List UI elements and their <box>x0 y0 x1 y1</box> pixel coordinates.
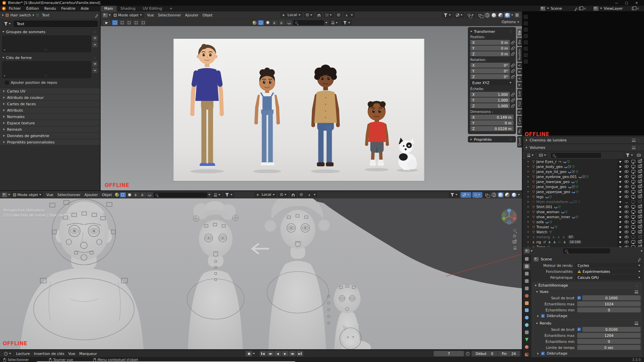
outliner-display-mode[interactable] <box>525 153 536 158</box>
current-frame-field[interactable]: 7 <box>434 351 464 356</box>
hide-icon[interactable] <box>625 231 629 233</box>
transform-orientation-selector[interactable]: Local <box>280 12 303 18</box>
wireframe-canvas[interactable]: Perspective Utilisateur (7) Collection d… <box>0 198 522 349</box>
viewport-menu[interactable]: Objet <box>201 13 215 17</box>
setting-value[interactable]: 0 <box>577 307 641 312</box>
subpanel-title[interactable]: Vues <box>540 290 548 294</box>
next-keyframe-button[interactable]: ▶ <box>289 351 296 356</box>
scale-field[interactable]: Y1.000 <box>470 98 510 103</box>
shading-solid-button[interactable] <box>491 13 497 18</box>
viewport-menu[interactable]: Vue <box>145 13 156 17</box>
object-name[interactable]: sofa <box>536 220 544 224</box>
shading-material-button[interactable] <box>498 13 503 18</box>
minimize-button[interactable]: — <box>611 1 622 5</box>
viewport-disable-icon[interactable] <box>631 210 635 213</box>
hide-icon[interactable] <box>625 160 629 163</box>
hide-icon[interactable] <box>625 180 629 183</box>
options-dropdown[interactable]: Options <box>502 20 519 24</box>
object-name[interactable]: shoe_woman_inner <box>536 215 570 219</box>
snap-settings[interactable] <box>324 12 334 18</box>
expand-icon[interactable]: ▸ <box>528 180 531 183</box>
new-scene-icon[interactable] <box>579 7 582 10</box>
viewlayer-selector[interactable]: ViewLayer <box>592 6 642 11</box>
breadcrumb-scene[interactable]: Scene <box>541 257 552 261</box>
blender-menu-icon[interactable] <box>2 7 6 10</box>
select-mode-invert[interactable] <box>133 20 139 25</box>
viewport-disable-icon[interactable] <box>631 175 635 178</box>
jump-end-button[interactable]: ▶ <box>297 351 303 356</box>
object-name[interactable]: Jane Eyes_r <box>536 160 556 164</box>
hide-icon[interactable] <box>625 241 629 243</box>
frame-end-field[interactable]: Fin24 <box>498 351 520 356</box>
viewport-disable-icon[interactable] <box>631 235 635 238</box>
expand-icon[interactable]: ▸ <box>528 160 531 163</box>
material-ball-icon[interactable] <box>115 193 119 197</box>
rotation-mode-dropdown[interactable]: Euler XYZ <box>470 80 514 85</box>
outliner-item[interactable]: ▸ shoe_woman <box>523 209 644 214</box>
topbar-menu[interactable]: Fenêtre <box>59 6 78 11</box>
viewport-disable-icon[interactable] <box>631 180 635 183</box>
properties-tab[interactable] <box>523 307 530 313</box>
expand-icon[interactable]: ▸ <box>528 235 531 238</box>
outliner-item[interactable]: ▸ jane_upperjaw_geo <box>523 189 644 194</box>
viewport-disable-icon[interactable] <box>631 240 635 243</box>
filter-armature2-toggle[interactable] <box>140 192 146 197</box>
render-disable-icon[interactable] <box>638 215 642 218</box>
pin-icon[interactable] <box>96 14 98 16</box>
filter-armature2-toggle[interactable] <box>279 20 285 25</box>
frame-start-field[interactable]: Début0 <box>472 351 497 356</box>
shading-material-button[interactable] <box>504 192 510 197</box>
selectable-icon[interactable] <box>619 165 622 168</box>
unlink-scene-icon[interactable] <box>583 6 587 10</box>
render-disable-icon[interactable] <box>638 170 642 173</box>
hide-icon[interactable] <box>625 190 629 193</box>
render-disable-icon[interactable] <box>638 235 642 238</box>
mode-selector[interactable]: Mode objet <box>11 192 43 198</box>
expand-icon[interactable]: ▸ <box>528 170 531 173</box>
proportional-falloff-selector[interactable] <box>343 12 355 18</box>
xray-toggle[interactable] <box>483 192 490 198</box>
selectable-icon[interactable] <box>619 235 622 238</box>
shading-solid-button[interactable] <box>498 192 503 197</box>
selectable-icon[interactable] <box>619 185 622 188</box>
viewport-disable-icon[interactable] <box>631 165 635 168</box>
collapsed-panel[interactable]: Cartes UV <box>0 88 100 94</box>
render-disable-icon[interactable] <box>638 175 642 178</box>
object-name[interactable]: jane_upperjaw_geo <box>536 190 570 194</box>
toolbar-icon[interactable] <box>524 59 528 64</box>
object-name[interactable]: Watch <box>536 230 547 234</box>
setting-value[interactable]: 1204 <box>577 333 641 338</box>
filter-mesh-toggle[interactable] <box>258 20 264 25</box>
preset-icon[interactable] <box>635 290 638 293</box>
hide-icon[interactable] <box>625 200 629 203</box>
topbar-menu[interactable]: Édition <box>23 6 42 11</box>
setting-value[interactable]: 1024 <box>577 301 641 306</box>
xray-toggle[interactable] <box>477 12 483 18</box>
selectable-icon[interactable] <box>619 215 622 218</box>
filter-brush-toggle[interactable] <box>286 20 292 25</box>
viewport-disable-icon[interactable] <box>631 225 635 228</box>
properties-tab[interactable] <box>523 300 530 306</box>
expand-icon[interactable]: ▸ <box>528 215 531 218</box>
properties-tab[interactable] <box>523 329 530 336</box>
viewport-disable-icon[interactable] <box>631 200 635 203</box>
collapsed-panel[interactable]: Normales <box>0 113 100 120</box>
viewport-search-input[interactable] <box>293 20 324 25</box>
selectable-icon[interactable] <box>619 210 622 213</box>
denoise-label[interactable]: Débruitage <box>547 351 568 356</box>
selectability-filter-dropdown[interactable] <box>442 12 453 18</box>
viewport-disable-icon[interactable] <box>631 230 635 233</box>
select-mode-extend[interactable] <box>119 20 125 25</box>
preset-icon[interactable] <box>632 139 636 142</box>
collapsed-panel[interactable]: Attributs de couleur <box>0 94 100 101</box>
pivot-point-selector[interactable] <box>278 192 288 197</box>
render-disable-icon[interactable] <box>638 230 642 233</box>
dimension-field[interactable]: Y0 m <box>470 120 514 125</box>
collapsed-panel[interactable]: Remesh <box>0 126 100 132</box>
render-disable-icon[interactable] <box>638 185 642 188</box>
setting-value[interactable]: 0 sec <box>577 345 641 350</box>
proportional-falloff-selector[interactable] <box>306 192 318 197</box>
setting-dropdown[interactable]: Calculs GPU <box>575 275 643 280</box>
object-name[interactable]: jane_eye_lid_geo <box>536 170 566 174</box>
selectable-icon[interactable] <box>619 220 622 223</box>
